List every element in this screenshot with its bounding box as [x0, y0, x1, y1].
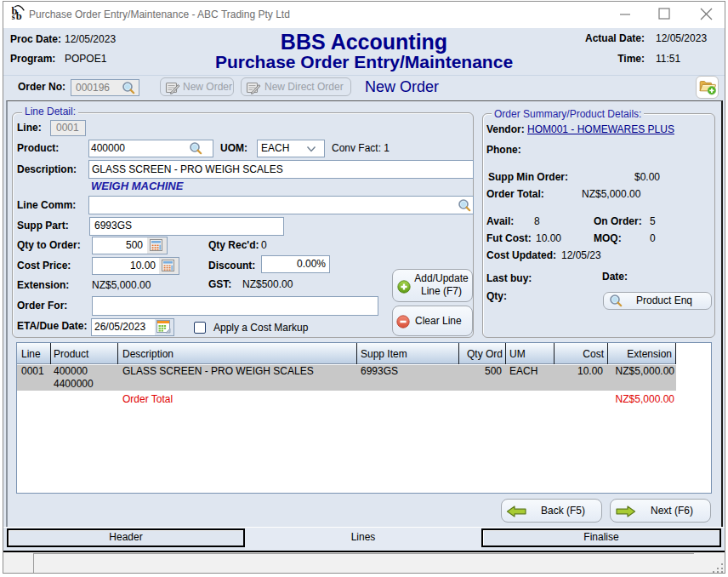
svg-text:s: s — [12, 12, 15, 21]
svg-text:b: b — [16, 10, 22, 22]
